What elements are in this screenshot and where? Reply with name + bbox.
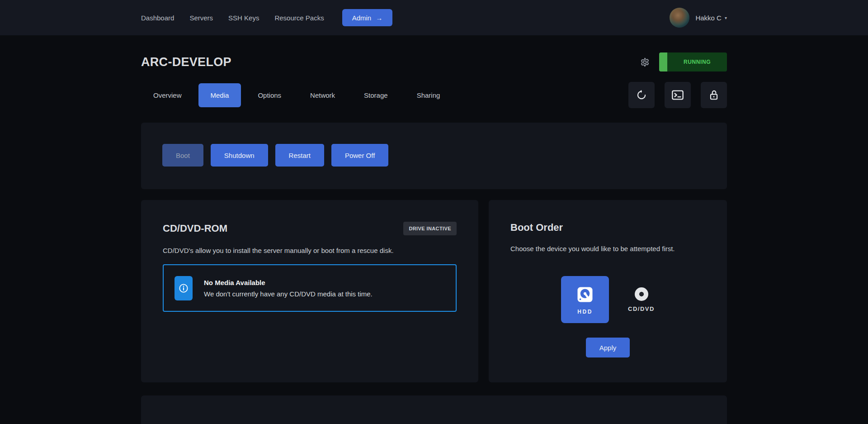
main-content: ARC-DEVELOP RUNNING Overview Media Optio… [141,52,727,424]
gear-icon [640,57,650,67]
admin-button[interactable]: Admin → [342,9,393,26]
nav-links: Dashboard Servers SSH Keys Resource Pack… [141,14,324,22]
reinstall-button[interactable] [628,82,655,108]
no-media-alert: No Media Available We don't currently ha… [163,264,457,312]
tab-options[interactable]: Options [245,83,293,107]
avatar [670,8,689,28]
nav-link-dashboard[interactable]: Dashboard [141,14,174,22]
boot-order-card: Boot Order Choose the device you would l… [489,200,727,382]
boot-device-picker: HDD CD/DVD [510,276,705,323]
power-off-button[interactable]: Power Off [331,144,388,167]
page-title: ARC-DEVELOP [141,55,231,69]
status-badge: RUNNING [659,52,727,71]
terminal-icon [671,89,684,101]
unlock-icon [708,89,720,101]
tab-overview[interactable]: Overview [141,83,194,107]
hdd-icon [575,285,595,305]
tab-sharing[interactable]: Sharing [405,83,453,107]
info-icon-box [175,276,193,300]
cdrom-card: CD/DVD-ROM DRIVE INACTIVE CD/DVD's allow… [141,200,478,382]
disc-icon [635,287,648,301]
lock-button[interactable] [701,82,727,108]
nav-link-ssh-keys[interactable]: SSH Keys [228,14,259,22]
no-media-alert-message: We don't currently have any CD/DVD media… [204,290,373,298]
boot-order-description: Choose the device you would like to be a… [510,245,705,252]
boot-button[interactable]: Boot [162,144,203,167]
boot-order-title: Boot Order [510,222,563,233]
boot-device-cddvd-label: CD/DVD [628,305,655,312]
boot-device-cddvd[interactable]: CD/DVD [628,287,655,312]
tab-storage[interactable]: Storage [352,83,400,107]
cdrom-card-title: CD/DVD-ROM [163,223,227,234]
no-media-alert-title: No Media Available [204,279,373,286]
nav-link-resource-packs[interactable]: Resource Packs [274,14,324,22]
tabs-row: Overview Media Options Network Storage S… [141,82,727,108]
restart-button[interactable]: Restart [275,144,324,167]
title-row: ARC-DEVELOP RUNNING [141,52,727,71]
arrow-right-icon: → [376,14,382,22]
tab-network[interactable]: Network [298,83,347,107]
tab-bar: Overview Media Options Network Storage S… [141,83,452,107]
tab-media[interactable]: Media [198,83,241,107]
admin-button-label: Admin [352,14,372,22]
console-button[interactable] [665,82,691,108]
chevron-down-icon: ▾ [725,15,727,20]
power-actions-card: Boot Shutdown Restart Power Off [141,123,727,189]
apply-button[interactable]: Apply [586,338,630,357]
cdrom-description: CD/DVD's allow you to install the server… [163,247,457,254]
settings-gear-button[interactable] [640,57,650,67]
boot-device-hdd-label: HDD [577,309,593,315]
boot-device-hdd[interactable]: HDD [561,276,609,323]
top-navigation-bar: Dashboard Servers SSH Keys Resource Pack… [0,0,868,35]
shutdown-button[interactable]: Shutdown [211,144,268,167]
partial-card [141,395,727,424]
status-badge-label: RUNNING [667,52,727,71]
nav-link-servers[interactable]: Servers [189,14,213,22]
rotate-ccw-icon [636,89,647,101]
user-name: Hakko C [695,14,722,22]
info-icon [178,283,189,294]
drive-inactive-badge: DRIVE INACTIVE [403,222,457,235]
user-menu[interactable]: Hakko C ▾ [670,8,727,28]
status-badge-strip [659,52,667,71]
